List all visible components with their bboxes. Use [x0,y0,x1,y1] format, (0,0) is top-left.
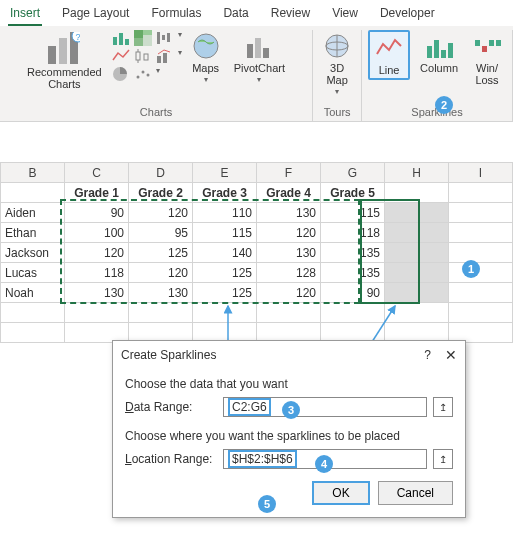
cell[interactable] [449,203,513,223]
cell[interactable]: 115 [321,203,385,223]
cell[interactable]: Noah [1,283,65,303]
tab-review[interactable]: Review [269,4,312,26]
cell[interactable] [193,303,257,323]
col-E[interactable]: E [193,163,257,183]
cell[interactable]: 120 [129,203,193,223]
sparkline-line-button[interactable]: Line [368,30,410,80]
maps-button[interactable]: Maps▾ [188,30,224,87]
cell[interactable] [1,183,65,203]
tab-view[interactable]: View [330,4,360,26]
sparkline-column-button[interactable]: Column [416,30,462,76]
cell[interactable]: Grade 2 [129,183,193,203]
cell[interactable] [449,243,513,263]
sparkline-winloss-button[interactable]: Win/ Loss [468,30,506,88]
col-C[interactable]: C [65,163,129,183]
cell[interactable]: Grade 1 [65,183,129,203]
cell[interactable]: 125 [129,243,193,263]
tab-data[interactable]: Data [221,4,250,26]
col-I[interactable]: I [449,163,513,183]
cell[interactable]: 90 [65,203,129,223]
cell[interactable]: 130 [257,203,321,223]
tab-insert[interactable]: Insert [8,4,42,26]
cell[interactable] [1,323,65,343]
pie-chart-icon[interactable] [112,66,130,82]
col-D[interactable]: D [129,163,193,183]
cell[interactable]: 115 [193,223,257,243]
cell[interactable]: 120 [257,223,321,243]
cell[interactable] [385,303,449,323]
cell[interactable]: Jackson [1,243,65,263]
hierarchy-chart-icon[interactable] [134,30,152,46]
3d-map-button[interactable]: 3D Map▾ [319,30,355,99]
cell-selected[interactable] [385,223,449,243]
scatter-chart-icon[interactable] [134,66,152,82]
cell[interactable]: 130 [257,243,321,263]
tab-formulas[interactable]: Formulas [149,4,203,26]
cell[interactable]: 95 [129,223,193,243]
cell[interactable]: Grade 5 [321,183,385,203]
combo-chart-icon[interactable] [156,48,174,64]
ok-button[interactable]: OK [312,481,369,505]
cell-selected[interactable] [385,203,449,223]
cell[interactable]: Lucas [1,263,65,283]
cell[interactable]: 135 [321,263,385,283]
cell-selected[interactable] [385,243,449,263]
collapse-dialog-icon[interactable]: ↥ [433,397,453,417]
table-row: Jackson120125140130135 [1,243,513,263]
cell[interactable] [449,283,513,303]
cancel-button[interactable]: Cancel [378,481,453,505]
cell[interactable]: 120 [129,263,193,283]
cell-selected[interactable] [385,283,449,303]
cell-selected[interactable] [385,263,449,283]
cell[interactable]: Grade 3 [193,183,257,203]
cell[interactable]: 120 [257,283,321,303]
statistic-chart-icon[interactable] [134,48,152,64]
cell[interactable]: 130 [65,283,129,303]
col-G[interactable]: G [321,163,385,183]
cell[interactable]: 120 [65,243,129,263]
cell[interactable] [449,223,513,243]
cell[interactable]: 125 [193,283,257,303]
recommended-charts-button[interactable]: ? Recommended Charts [23,30,106,92]
tab-page-layout[interactable]: Page Layout [60,4,131,26]
tab-developer[interactable]: Developer [378,4,437,26]
chevron-down-icon[interactable]: ▾ [178,48,182,64]
cell[interactable]: 130 [129,283,193,303]
chevron-down-icon[interactable]: ▾ [178,30,182,46]
cell[interactable]: 128 [257,263,321,283]
grid[interactable]: B C D E F G H I Grade 1 Grade 2 Grade 3 … [0,162,513,343]
data-range-input[interactable]: C2:G6 [223,397,427,417]
cell[interactable]: 140 [193,243,257,263]
cell[interactable] [321,303,385,323]
pivotchart-button[interactable]: PivotChart▾ [230,30,289,87]
svg-rect-8 [134,30,143,38]
cell[interactable]: Aiden [1,203,65,223]
chevron-down-icon[interactable]: ▾ [156,66,160,82]
collapse-dialog-icon[interactable]: ↥ [433,449,453,469]
col-F[interactable]: F [257,163,321,183]
cell[interactable]: 100 [65,223,129,243]
cell[interactable] [449,303,513,323]
close-icon[interactable]: ✕ [445,347,457,363]
column-chart-icon[interactable] [112,30,130,46]
cell[interactable] [257,303,321,323]
cell[interactable]: 135 [321,243,385,263]
cell[interactable] [385,183,449,203]
cell[interactable]: 90 [321,283,385,303]
cell[interactable]: Ethan [1,223,65,243]
cell[interactable] [449,263,513,283]
cell[interactable]: Grade 4 [257,183,321,203]
col-B[interactable]: B [1,163,65,183]
dialog-help[interactable]: ? [424,348,431,362]
cell[interactable] [129,303,193,323]
waterfall-chart-icon[interactable] [156,30,174,46]
cell[interactable]: 118 [321,223,385,243]
cell[interactable]: 125 [193,263,257,283]
cell[interactable] [449,183,513,203]
line-chart-icon[interactable] [112,48,130,64]
cell[interactable]: 110 [193,203,257,223]
cell[interactable] [1,303,65,323]
col-H[interactable]: H [385,163,449,183]
cell[interactable] [65,303,129,323]
cell[interactable]: 118 [65,263,129,283]
